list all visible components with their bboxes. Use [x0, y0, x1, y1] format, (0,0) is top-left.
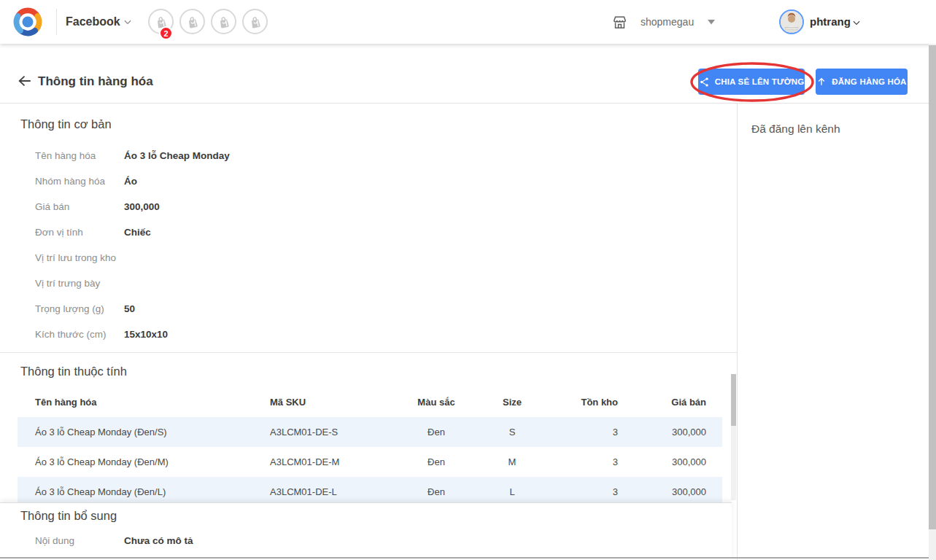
basic-info-title: Thông tin cơ bản — [20, 117, 112, 131]
back-button[interactable] — [17, 73, 33, 89]
cell-name: Áo 3 lỗ Cheap Monday (Đen/M) — [35, 456, 270, 467]
field-row: Đơn vị tính Chiếc — [35, 219, 473, 245]
col-header-color: Màu sắc — [394, 397, 479, 408]
field-value: Áo — [124, 176, 137, 187]
field-value: Chưa có mô tả — [124, 535, 193, 546]
field-row: Tên hàng hóa Áo 3 lỗ Cheap Monday — [35, 143, 473, 168]
topbar-divider — [56, 9, 57, 35]
field-value: 300,000 — [124, 201, 160, 212]
additional-info-panel: Thông tin bổ sung Nội dung Chưa có mô tả — [0, 502, 732, 560]
chevron-down-icon[interactable] — [123, 17, 133, 27]
channel-selector[interactable]: Facebook — [66, 0, 120, 44]
col-header-sku: Mã SKU — [270, 397, 394, 408]
sales-channel-4-icon[interactable] — [242, 9, 268, 34]
field-label: Vị trí lưu trong kho — [35, 252, 124, 263]
page-scrollbar-thumb[interactable] — [929, 45, 936, 529]
sales-channel-3-icon[interactable] — [211, 9, 236, 34]
table-row[interactable]: Áo 3 lỗ Cheap Monday (Đen/M) A3LCM01-DE-… — [18, 447, 722, 477]
field-row: Vị trí trưng bày — [35, 271, 473, 296]
field-value: Chiếc — [124, 227, 151, 238]
col-header-stock: Tồn kho — [546, 397, 618, 408]
table-scrollbar-thumb[interactable] — [731, 374, 736, 426]
cell-sku: A3LCM01-DE-M — [270, 456, 394, 467]
page-title: Thông tin hàng hóa — [38, 74, 153, 89]
sales-channel-1-icon[interactable]: 2 — [148, 9, 174, 34]
cell-size: L — [479, 486, 546, 497]
store-icon — [611, 14, 628, 31]
field-row: Kích thước (cm) 15x10x10 — [35, 322, 473, 347]
product-info-page: Facebook 2 — [0, 0, 936, 560]
table-row[interactable]: Áo 3 lỗ Cheap Monday (Đen/S) A3LCM01-DE-… — [18, 417, 722, 447]
upload-arrow-icon — [816, 77, 827, 87]
cell-name: Áo 3 lỗ Cheap Monday (Đen/S) — [35, 427, 270, 438]
chevron-down-icon[interactable] — [851, 18, 862, 28]
page-scrollbar[interactable] — [929, 44, 936, 560]
avatar[interactable] — [779, 9, 804, 34]
cell-sku: A3LCM01-DE-S — [270, 427, 394, 438]
field-value: 50 — [124, 303, 135, 314]
header-divider — [0, 103, 929, 104]
cell-color: Đen — [394, 427, 479, 438]
field-label: Nội dung — [35, 535, 124, 546]
app-logo-icon[interactable] — [12, 6, 44, 38]
cell-stock: 3 — [546, 486, 618, 497]
publish-button-label: ĐĂNG HÀNG HÓA — [832, 77, 906, 86]
cell-price: 300,000 — [618, 427, 706, 438]
share-icon — [699, 77, 710, 88]
cell-price: 300,000 — [618, 486, 706, 497]
field-value: Áo 3 lỗ Cheap Monday — [124, 150, 230, 161]
top-bar: Facebook 2 — [0, 0, 936, 44]
field-label: Trọng lượng (g) — [35, 303, 124, 314]
cell-price: 300,000 — [618, 456, 706, 467]
attributes-title: Thông tin thuộc tính — [20, 365, 127, 378]
cell-sku: A3LCM01-DE-L — [270, 486, 394, 497]
field-row: Trọng lượng (g) 50 — [35, 296, 473, 322]
sidebar-divider — [737, 103, 738, 560]
store-selector[interactable]: shopmegau — [641, 0, 694, 44]
cell-color: Đen — [394, 486, 479, 497]
field-label: Vị trí trưng bày — [35, 278, 124, 289]
cell-stock: 3 — [546, 427, 618, 438]
cell-name: Áo 3 lỗ Cheap Monday (Đen/L) — [35, 486, 270, 497]
additional-info-title: Thông tin bổ sung — [20, 509, 117, 523]
share-button-label: CHIA SẺ LÊN TƯỜNG — [715, 77, 805, 86]
sales-channel-icons: 2 — [148, 9, 268, 34]
field-row: Nội dung Chưa có mô tả — [35, 535, 193, 546]
field-value: 15x10x10 — [124, 329, 168, 340]
field-label: Kích thước (cm) — [35, 329, 124, 340]
viewport-bottom-edge — [0, 557, 936, 559]
field-label: Nhóm hàng hóa — [35, 176, 124, 187]
col-header-name: Tên hàng hóa — [35, 397, 270, 408]
publish-product-button[interactable]: ĐĂNG HÀNG HÓA — [816, 69, 908, 95]
section-divider — [0, 352, 737, 353]
basic-info-fields: Tên hàng hóa Áo 3 lỗ Cheap Monday Nhóm h… — [35, 143, 473, 347]
field-row: Giá bán 300,000 — [35, 194, 473, 219]
caret-down-icon[interactable] — [708, 20, 715, 25]
field-row: Vị trí lưu trong kho — [35, 245, 473, 271]
field-label: Giá bán — [35, 201, 124, 212]
sales-channel-2-icon[interactable] — [179, 9, 205, 34]
user-menu[interactable]: phtrang — [810, 0, 851, 44]
cell-size: M — [479, 456, 546, 467]
col-header-size: Size — [479, 397, 546, 408]
col-header-price: Giá bán — [618, 397, 706, 408]
notification-badge: 2 — [159, 26, 173, 40]
published-channels-title: Đã đăng lên kênh — [751, 122, 840, 136]
cell-stock: 3 — [546, 456, 618, 467]
field-label: Tên hàng hóa — [35, 150, 124, 161]
field-row: Nhóm hàng hóa Áo — [35, 168, 473, 194]
table-scrollbar[interactable] — [731, 374, 736, 500]
cell-size: S — [479, 427, 546, 438]
table-header-row: Tên hàng hóa Mã SKU Màu sắc Size Tồn kho… — [18, 387, 722, 416]
field-label: Đơn vị tính — [35, 227, 124, 238]
cell-color: Đen — [394, 456, 479, 467]
share-to-wall-button[interactable]: CHIA SẺ LÊN TƯỜNG — [698, 69, 805, 95]
